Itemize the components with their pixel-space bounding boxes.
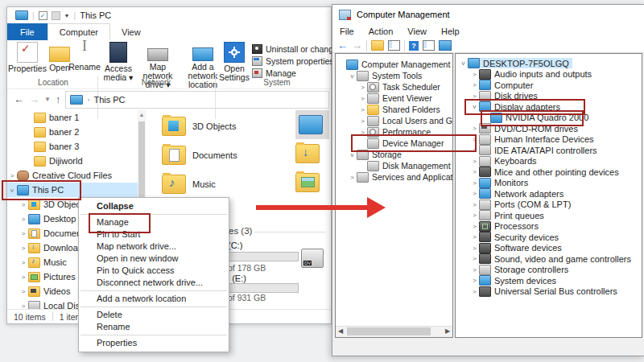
console-tree-item[interactable]: > Event Viewer	[337, 93, 452, 104]
folder-tile[interactable]: Music	[162, 170, 237, 199]
expand-arrow-icon[interactable]: >	[470, 158, 479, 165]
device-tree-item[interactable]: > Print queues	[459, 210, 642, 221]
expand-arrow-icon[interactable]: >	[470, 168, 479, 175]
expand-arrow-icon[interactable]: >	[470, 288, 479, 295]
context-menu-item[interactable]: Open in new window	[79, 253, 229, 265]
expand-arrow-icon[interactable]: >	[358, 106, 367, 113]
back-button[interactable]: ←	[337, 40, 348, 51]
context-menu-item[interactable]: Add a network location	[79, 293, 229, 305]
folder-tile[interactable]	[295, 110, 329, 139]
history-dropdown-icon[interactable]: ▼	[44, 96, 51, 103]
expand-arrow-icon[interactable]: >	[19, 259, 28, 266]
expand-arrow-icon[interactable]: v	[459, 60, 468, 67]
folder-tile[interactable]: 3D Objects	[162, 112, 237, 141]
device-tree-item[interactable]: > Ports (COM & LPT)	[459, 200, 642, 211]
menu-help[interactable]: Help	[434, 27, 467, 36]
properties-button[interactable]: Properties	[9, 42, 46, 73]
tab-file[interactable]: File	[7, 23, 47, 40]
scrollbar-thumb[interactable]	[347, 327, 431, 335]
drive-c-label[interactable]: (C:)	[228, 241, 242, 250]
expand-arrow-icon[interactable]: >	[358, 95, 367, 102]
device-tree-item[interactable]: > Human Interface Devices	[459, 134, 642, 146]
expand-arrow-icon[interactable]: >	[348, 174, 357, 181]
context-menu-item[interactable]: Properties	[79, 337, 229, 349]
folder-tile[interactable]: Documents	[162, 141, 237, 170]
expand-arrow-icon[interactable]: >	[470, 81, 479, 88]
device-tree-item[interactable]: > Universal Serial Bus controllers	[459, 286, 642, 298]
open-settings-button[interactable]: Open Settings	[218, 42, 250, 82]
standard-view-icon[interactable]	[423, 40, 435, 51]
context-menu-item[interactable]: Pin to Quick access	[79, 265, 229, 277]
console-tree-item[interactable]: > Shared Folders	[337, 104, 452, 115]
scroll-right-icon[interactable]: ▶	[443, 327, 452, 336]
quick-access-blank-icon[interactable]	[52, 11, 60, 20]
context-menu-item[interactable]: Disconnect network drive...	[79, 277, 229, 289]
quick-access-properties-icon[interactable]: ✓	[39, 11, 47, 20]
expand-arrow-icon[interactable]: >	[470, 266, 479, 274]
up-button[interactable]: ↑	[56, 93, 61, 105]
expand-arrow-icon[interactable]: >	[470, 201, 479, 208]
device-tree-item[interactable]: > Network adapters	[459, 188, 642, 200]
folder-tile[interactable]	[295, 139, 329, 168]
device-tree-item[interactable]: > Computer	[459, 80, 642, 91]
display-view-icon[interactable]	[439, 40, 452, 51]
device-tree-item[interactable]: > Mice and other pointing devices	[459, 167, 642, 178]
dvd-drive-icon[interactable]	[301, 249, 324, 268]
console-tree-item[interactable]: > Local Users and Groups	[337, 115, 452, 126]
expand-arrow-icon[interactable]: >	[470, 245, 479, 252]
device-tree-item[interactable]: > Software devices	[459, 243, 642, 254]
device-tree-item[interactable]: > Monitors	[459, 178, 642, 189]
expand-arrow-icon[interactable]: >	[358, 117, 367, 125]
breadcrumb[interactable]: This PC	[93, 95, 125, 105]
system-properties-button[interactable]: System properties	[252, 56, 334, 66]
device-tree-item[interactable]: > Sound, video and game controllers	[459, 253, 642, 265]
context-menu-item[interactable]: Collapse	[79, 200, 229, 212]
context-menu-item[interactable]: Rename	[79, 321, 229, 333]
menu-file[interactable]: File	[332, 27, 361, 36]
expand-arrow-icon[interactable]: >	[470, 125, 479, 132]
device-tree-item[interactable]: > Processors	[459, 221, 642, 232]
expand-arrow-icon[interactable]: >	[470, 223, 479, 230]
console-tree-item[interactable]: Disk Management	[337, 160, 452, 171]
expand-arrow-icon[interactable]: >	[470, 277, 479, 284]
address-input[interactable]: › This PC	[65, 91, 329, 109]
expand-arrow-icon[interactable]: >	[19, 245, 28, 252]
help-icon[interactable]: ?	[409, 41, 419, 51]
device-tree-item[interactable]: > Security devices	[459, 232, 642, 243]
expand-arrow-icon[interactable]: >	[358, 84, 367, 91]
expand-arrow-icon[interactable]: >	[19, 201, 28, 208]
tab-computer[interactable]: Computer	[47, 23, 110, 40]
menu-action[interactable]: Action	[361, 27, 401, 36]
console-tree-item[interactable]: > Services and Applications	[337, 171, 452, 183]
scroll-left-icon[interactable]: ◀	[336, 327, 345, 336]
device-tree-item[interactable]: v DESKTOP-7F5OLGQ	[459, 58, 642, 69]
tab-view[interactable]: View	[110, 23, 152, 40]
scroll-up-icon[interactable]: ▲	[138, 110, 146, 120]
console-tree-item[interactable]: v System Tools	[337, 70, 452, 81]
menu-view[interactable]: View	[400, 27, 434, 36]
device-tree-item[interactable]: > Storage controllers	[459, 265, 642, 276]
context-menu-item[interactable]: Map network drive...	[79, 241, 229, 253]
expand-arrow-icon[interactable]: >	[7, 172, 17, 179]
sidebar-item[interactable]: baner 1	[7, 110, 138, 125]
device-tree-item[interactable]: > Audio inputs and outputs	[459, 69, 642, 80]
expand-arrow-icon[interactable]: >	[19, 274, 28, 281]
quick-access-dropdown-icon[interactable]: ▼	[64, 13, 70, 19]
context-menu-item[interactable]: Delete	[79, 309, 229, 321]
expand-arrow-icon[interactable]: v	[348, 72, 357, 80]
console-tree-item[interactable]: > Task Scheduler	[337, 81, 452, 93]
sidebar-item[interactable]: baner 2	[7, 125, 138, 139]
sidebar-item[interactable]: baner 3	[7, 139, 138, 154]
rename-button[interactable]: I Rename	[67, 42, 102, 72]
forward-button[interactable]: →	[352, 40, 362, 51]
forward-button[interactable]: →	[29, 93, 39, 105]
expand-arrow-icon[interactable]: >	[470, 71, 479, 78]
expand-arrow-icon[interactable]: >	[470, 212, 479, 219]
back-button[interactable]: ←	[14, 93, 24, 105]
device-tree-item[interactable]: > IDE ATA/ATAPI controllers	[459, 145, 642, 156]
sidebar-item[interactable]: Dijiworld	[7, 154, 138, 168]
show-console-tree-icon[interactable]	[371, 40, 384, 51]
expand-arrow-icon[interactable]: >	[19, 288, 28, 295]
expand-arrow-icon[interactable]: >	[470, 190, 479, 197]
device-tree-item[interactable]: > System devices	[459, 275, 642, 286]
